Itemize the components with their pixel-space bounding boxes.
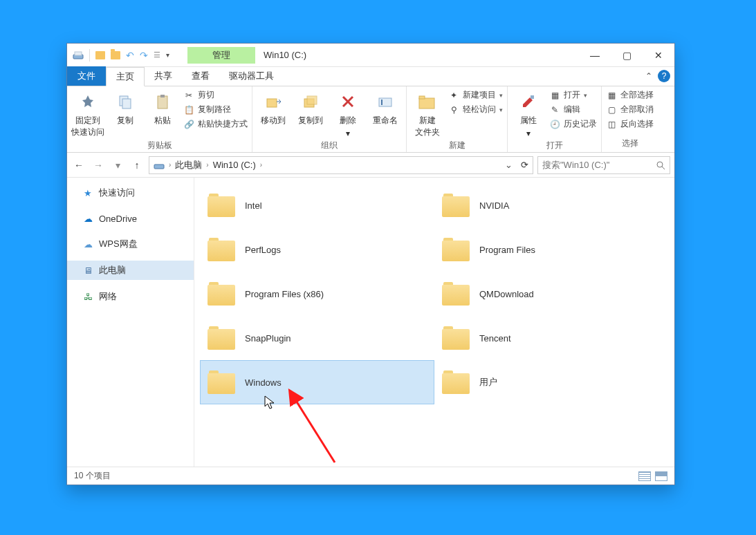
chevron-down-icon[interactable]: ▾ [166, 51, 169, 59]
pin-quick-access-button[interactable]: 固定到 快速访问 [71, 89, 104, 138]
tab-file[interactable]: 文件 [67, 66, 106, 86]
invert-selection-button[interactable]: ◫反向选择 [606, 118, 654, 130]
details-view-button[interactable] [638, 471, 651, 481]
back-button[interactable]: ← [71, 158, 86, 173]
delete-button[interactable]: 删除▾ [331, 89, 365, 138]
folder-icon [208, 238, 235, 261]
new-folder-button[interactable]: 新建 文件夹 [411, 89, 444, 138]
folder-label: NVIDIA [479, 200, 509, 211]
nav-network[interactable]: 🖧网络 [67, 287, 194, 306]
cloud-icon: ☁ [82, 238, 93, 250]
nav-onedrive[interactable]: ☁OneDrive [67, 209, 194, 227]
file-list[interactable]: IntelNVIDIAPerfLogsProgram FilesProgram … [194, 178, 674, 467]
refresh-icon[interactable]: ⟳ [521, 160, 528, 170]
network-icon: 🖧 [82, 291, 93, 302]
search-input[interactable]: 搜索"Win10 (C:)" [537, 156, 670, 174]
ribbon-group-clipboard: 固定到 快速访问 复制 粘贴 ✂剪切 📋复制路径 🔗粘贴快捷方式 剪贴板 [67, 86, 252, 152]
cut-button[interactable]: ✂剪切 [183, 89, 248, 101]
shortcut-icon: 🔗 [183, 119, 194, 130]
copy-button[interactable]: 复制 [109, 89, 142, 126]
easy-access-icon: ⚲ [448, 104, 459, 115]
navigation-pane: ★快速访问 ☁OneDrive ☁WPS网盘 🖥此电脑 🖧网络 [67, 178, 194, 467]
folder-item[interactable]: 用户 [434, 360, 669, 404]
nav-wps[interactable]: ☁WPS网盘 [67, 234, 194, 254]
folder-item[interactable]: QMDownload [434, 272, 669, 316]
status-text: 10 个项目 [74, 470, 111, 482]
svg-rect-1 [75, 52, 82, 55]
svg-rect-10 [381, 100, 382, 105]
chevron-icon[interactable]: › [169, 161, 171, 169]
recent-button[interactable]: ▾ [110, 158, 125, 173]
folder-item[interactable]: Program Files (x86) [200, 272, 434, 316]
folder-icon [442, 282, 470, 306]
paste-shortcut-button[interactable]: 🔗粘贴快捷方式 [183, 118, 248, 130]
svg-rect-14 [154, 165, 164, 169]
properties-icon [517, 91, 540, 113]
easy-access-button[interactable]: ⚲轻松访问▾ [448, 104, 503, 115]
history-button[interactable]: 🕘历史记录 [549, 118, 597, 130]
folder-item[interactable]: Program Files [434, 227, 669, 272]
undo-icon[interactable]: ↶ [126, 50, 134, 61]
delete-icon [337, 91, 359, 113]
folder-icon[interactable] [111, 51, 120, 59]
folder-label: Tencent [479, 333, 511, 344]
up-button[interactable]: ↑ [129, 158, 145, 173]
copy-to-button[interactable]: 复制到 [294, 89, 327, 126]
open-button[interactable]: ▦打开▾ [549, 89, 597, 101]
minimize-button[interactable]: — [579, 44, 611, 67]
edit-icon: ✎ [549, 104, 560, 115]
paste-icon [151, 91, 174, 113]
forward-button[interactable]: → [91, 158, 106, 173]
breadcrumb[interactable]: › 此电脑 › Win10 (C:) › ⌄ ⟳ [149, 156, 533, 174]
new-folder-icon [416, 91, 439, 113]
folder-item[interactable]: Windows [200, 360, 434, 404]
help-icon[interactable]: ? [658, 70, 670, 82]
chevron-icon[interactable]: › [206, 161, 208, 169]
folder-item[interactable]: SnapPlugin [200, 316, 434, 360]
select-none-icon: ▢ [606, 104, 617, 115]
breadcrumb-drive[interactable]: Win10 (C:) [213, 160, 256, 170]
address-bar: ← → ▾ ↑ › 此电脑 › Win10 (C:) › ⌄ ⟳ 搜索"Win1… [67, 153, 674, 178]
redo-icon[interactable]: ↷ [140, 50, 148, 61]
maximize-button[interactable]: ▢ [611, 44, 643, 67]
paste-button[interactable]: 粘贴 [146, 89, 179, 126]
dropdown-icon[interactable]: ⌄ [505, 160, 513, 170]
ribbon-group-open: 属性▾ ▦打开▾ ✎编辑 🕘历史记录 打开 [508, 86, 602, 152]
folder-item[interactable]: NVIDIA [434, 183, 669, 227]
icons-view-button[interactable] [655, 471, 667, 481]
chevron-icon[interactable]: › [260, 161, 262, 169]
copy-path-button[interactable]: 📋复制路径 [183, 104, 248, 115]
titlebar: ↶ ↷ ☰ ▾ 管理 Win10 (C:) — ▢ ✕ [67, 44, 674, 67]
folder-item[interactable]: Tencent [434, 316, 669, 360]
qat-menu-icon[interactable]: ☰ [154, 50, 160, 59]
star-icon: ★ [82, 187, 93, 198]
tab-drive-tools[interactable]: 驱动器工具 [219, 66, 284, 86]
tab-home[interactable]: 主页 [106, 67, 145, 86]
svg-rect-11 [419, 98, 434, 109]
rename-button[interactable]: 重命名 [369, 89, 402, 126]
nav-quick-access[interactable]: ★快速访问 [67, 183, 194, 203]
pin-icon [77, 91, 99, 113]
folder-icon [442, 326, 470, 350]
close-button[interactable]: ✕ [643, 44, 674, 67]
select-all-button[interactable]: ▦全部选择 [606, 89, 654, 101]
properties-button[interactable]: 属性▾ [512, 89, 545, 138]
folder-item[interactable]: Intel [200, 183, 434, 227]
tab-view[interactable]: 查看 [182, 66, 219, 86]
explorer-window: ↶ ↷ ☰ ▾ 管理 Win10 (C:) — ▢ ✕ 文件 主页 共享 查看 … [66, 43, 675, 485]
ribbon-tabs: 文件 主页 共享 查看 驱动器工具 ⌃ ? [67, 67, 674, 86]
content-area: ★快速访问 ☁OneDrive ☁WPS网盘 🖥此电脑 🖧网络 IntelNVI… [67, 178, 674, 467]
tab-share[interactable]: 共享 [145, 66, 182, 86]
select-none-button[interactable]: ▢全部取消 [606, 104, 654, 115]
move-to-button[interactable]: 移动到 [257, 89, 290, 126]
edit-button[interactable]: ✎编辑 [549, 104, 597, 115]
folder-item[interactable]: PerfLogs [200, 227, 434, 272]
nav-this-pc[interactable]: 🖥此电脑 [67, 261, 194, 280]
collapse-ribbon-icon[interactable]: ⌃ [645, 71, 652, 81]
folder-label: Windows [245, 377, 282, 388]
window-title: Win10 (C:) [264, 50, 306, 60]
breadcrumb-thispc[interactable]: 此电脑 [175, 159, 202, 171]
folder-icon[interactable] [95, 51, 105, 59]
new-item-button[interactable]: ✦新建项目▾ [448, 89, 503, 101]
context-tab-manage[interactable]: 管理 [187, 47, 255, 64]
